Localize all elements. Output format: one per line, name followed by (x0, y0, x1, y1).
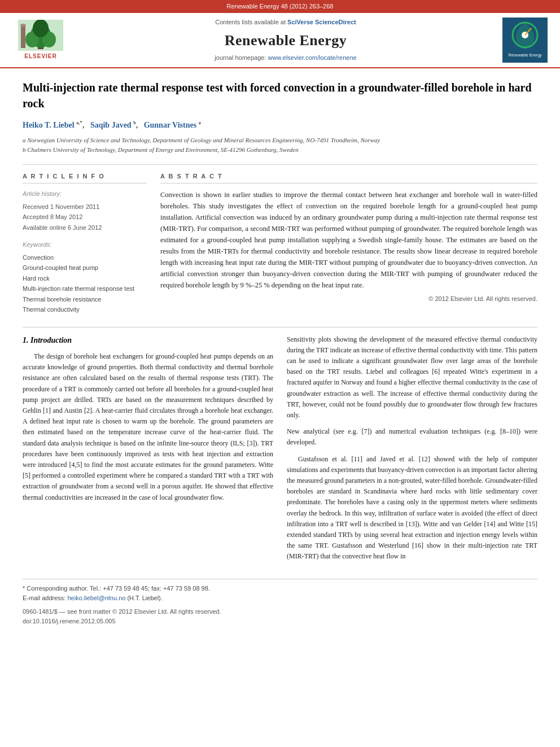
divider-2 (23, 327, 537, 327)
author-liebel: Heiko T. Liebel (23, 121, 75, 129)
intro-paragraph-2: Sensitivity plots showing the developmen… (287, 334, 537, 421)
intro-section-title: 1. Introduction (23, 334, 273, 347)
affiliation-b: b Chalmers University of Technology, Dep… (23, 145, 537, 155)
footnote-area: * Corresponding author. Tel.: +47 73 59 … (23, 579, 537, 626)
keywords-label: Keywords: (23, 240, 147, 250)
history-label: Article history: (23, 189, 147, 199)
journal-header: ELSEVIER Contents lists available at Sci… (0, 13, 560, 68)
author-vistnes: Gunnar Vistnes (144, 121, 197, 129)
renewable-energy-logo: Renewable Energy (502, 18, 548, 63)
sciverse-line: Contents lists available at SciVerse Sci… (75, 18, 497, 27)
available-date: Available online 6 June 2012 (23, 223, 147, 233)
article-info-column: A R T I C L E I N F O Article history: R… (23, 172, 147, 316)
main-content: Multi-injection rate thermal response te… (0, 68, 560, 637)
issn-line: 0960-1481/$ — see front matter © 2012 El… (23, 607, 537, 617)
received-date: Received 1 November 2011 (23, 202, 147, 212)
keyword-3: Hard rock (23, 274, 147, 283)
keyword-1: Convection (23, 253, 147, 263)
keyword-2: Ground-coupled heat pump (23, 263, 147, 273)
svg-point-7 (20, 24, 26, 27)
journal-homepage: journal homepage: www.elsevier.com/locat… (75, 53, 497, 63)
body-content: 1. Introduction The design of borehole h… (23, 334, 537, 568)
doi-line: doi:10.1016/j.renene.2012.05.005 (23, 617, 537, 626)
sciverse-link[interactable]: SciVerse ScienceDirect (287, 19, 356, 25)
affiliation-a: a Norwegian University of Science and Te… (23, 136, 537, 146)
elsevier-logo-area: ELSEVIER (7, 20, 75, 60)
elsevier-label: ELSEVIER (24, 52, 56, 60)
svg-rect-6 (21, 25, 25, 48)
elsevier-tree-icon (18, 20, 63, 51)
article-info-abstract-section: A R T I C L E I N F O Article history: R… (23, 172, 537, 316)
body-left-column: 1. Introduction The design of borehole h… (23, 334, 273, 568)
journal-title: Renewable Energy (75, 29, 497, 51)
svg-point-5 (33, 20, 49, 37)
journal-logo-right: Renewable Energy (497, 18, 553, 63)
divider-1 (23, 164, 537, 165)
keyword-6: Thermal conductivity (23, 305, 147, 314)
keyword-5: Thermal borehole resistance (23, 295, 147, 304)
author-javed: Saqib Javed (90, 121, 132, 129)
re-logo-icon: Renewable Energy (503, 18, 547, 62)
abstract-column: A B S T R A C T Convection is shown in e… (160, 172, 537, 316)
email-line: E-mail address: heiko.liebel@ntnu.no (H.… (23, 593, 537, 603)
corresponding-author-note: * Corresponding author. Tel.: +47 73 59 … (23, 584, 537, 593)
email-address[interactable]: heiko.liebel@ntnu.no (67, 595, 125, 601)
affiliations: a Norwegian University of Science and Te… (23, 136, 537, 155)
homepage-url[interactable]: www.elsevier.com/locate/renene (268, 54, 357, 61)
abstract-text: Convection is shown in earlier studies t… (160, 189, 537, 291)
copyright-line: © 2012 Elsevier Ltd. All rights reserved… (160, 294, 537, 304)
journal-header-center: Contents lists available at SciVerse Sci… (75, 18, 497, 62)
intro-paragraph-3: New analytical (see e.g. [7]) and numeri… (287, 426, 537, 448)
abstract-heading: A B S T R A C T (160, 172, 537, 184)
article-info-heading: A R T I C L E I N F O (23, 172, 147, 184)
accepted-date: Accepted 8 May 2012 (23, 212, 147, 222)
intro-paragraph-1: The design of borehole heat exchangers f… (23, 351, 273, 503)
journal-reference-bar: Renewable Energy 48 (2012) 263–268 (0, 0, 560, 13)
article-title: Multi-injection rate thermal response te… (23, 80, 537, 111)
elsevier-logo: ELSEVIER (18, 20, 63, 60)
svg-text:Renewable Energy: Renewable Energy (508, 53, 542, 58)
keywords-section: Keywords: Convection Ground-coupled heat… (23, 240, 147, 314)
journal-reference-text: Renewable Energy 48 (2012) 263–268 (227, 3, 334, 10)
intro-paragraph-4: Gustafsson et al. [11] and Javed et al. … (287, 454, 537, 562)
keyword-4: Multi-injection rate thermal response te… (23, 284, 147, 294)
authors-line: Heiko T. Liebel a,*, Saqib Javed b, Gunn… (23, 119, 537, 131)
body-right-column: Sensitivity plots showing the developmen… (287, 334, 537, 568)
